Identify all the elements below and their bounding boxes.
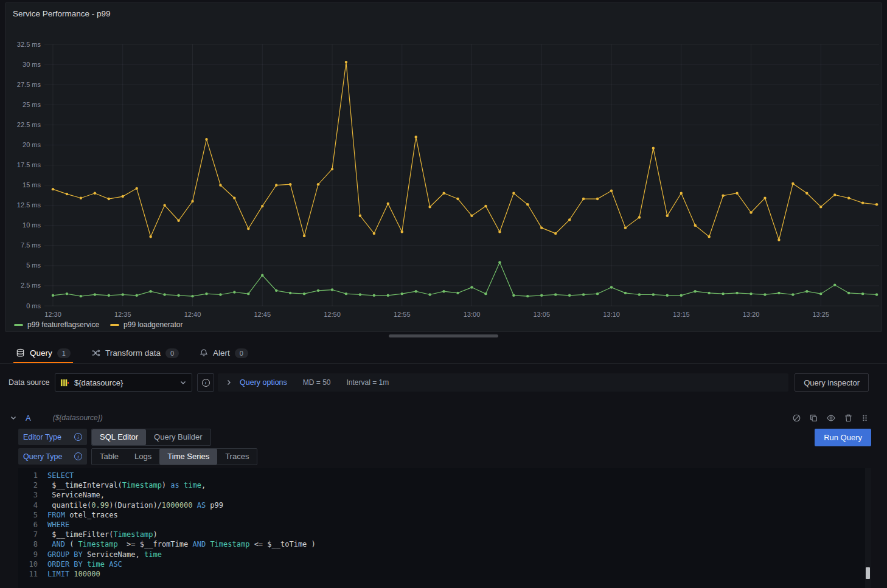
svg-text:13:10: 13:10 — [603, 311, 620, 318]
query-type-table-option[interactable]: Table — [92, 449, 127, 465]
tab-alert[interactable]: Alert 0 — [197, 343, 251, 363]
line-number: 8 — [18, 539, 47, 549]
legend-label: p99 featureflagservice — [27, 320, 99, 329]
query-type-row: Query Type i Table Logs Time Series Trac… — [0, 448, 887, 466]
svg-text:17.5 ms: 17.5 ms — [17, 161, 41, 168]
svg-text:12:55: 12:55 — [394, 311, 411, 318]
code-text: AND ( Timestamp >= $__fromTime AND Times… — [47, 539, 316, 549]
line-number: 6 — [18, 520, 47, 530]
query-row-header: A (${datasource}) — [0, 409, 887, 427]
panel-title: Service Performance - p99 — [13, 9, 111, 18]
transform-count-badge: 0 — [165, 348, 179, 358]
query-options-bar: Query options MD = 50 Interval = 1m — [218, 373, 788, 392]
query-type-segmented: Table Logs Time Series Traces — [91, 448, 257, 465]
tab-label: Query — [30, 348, 52, 358]
drag-handle[interactable] — [861, 413, 869, 423]
query-ref-id: A — [26, 413, 31, 423]
time-series-chart[interactable]: 0 ms2.5 ms5 ms7.5 ms10 ms12.5 ms15 ms17.… — [5, 21, 882, 322]
svg-text:27.5 ms: 27.5 ms — [17, 81, 41, 88]
horizontal-scrollbar — [5, 334, 882, 339]
line-number: 11 — [18, 569, 47, 579]
code-text: SELECT — [47, 471, 74, 480]
query-type-time-series-option[interactable]: Time Series — [159, 449, 217, 465]
editor-tabbar: Query 1 Transform data 0 Alert 0 — [0, 343, 887, 364]
editor-type-query-builder-option[interactable]: Query Builder — [146, 429, 210, 445]
info-icon: i — [202, 379, 210, 387]
series-color-swatch — [14, 324, 23, 326]
alert-count-badge: 0 — [235, 348, 248, 358]
legend-item-loadgenerator[interactable]: p99 loadgenerator — [110, 320, 183, 329]
svg-text:13:25: 13:25 — [812, 311, 829, 318]
run-query-button[interactable]: Run Query — [815, 429, 871, 446]
svg-text:30 ms: 30 ms — [23, 61, 41, 68]
editor-type-label: Editor Type i — [18, 429, 87, 445]
code-text: WHERE — [47, 520, 69, 530]
editor-type-info-icon[interactable]: i — [74, 433, 82, 441]
chevron-down-icon[interactable] — [10, 414, 17, 421]
code-text: quantile(0.99)(Duration)/1000000 AS p99 — [47, 500, 223, 510]
legend-label: p99 loadgenerator — [123, 320, 183, 329]
svg-text:12:50: 12:50 — [324, 311, 341, 318]
code-text: ServiceName, — [47, 490, 105, 500]
datasource-picker[interactable]: ${datasource} — [55, 373, 192, 392]
query-type-logs-option[interactable]: Logs — [127, 449, 159, 465]
query-type-info-icon[interactable]: i — [74, 452, 82, 460]
svg-text:25 ms: 25 ms — [23, 101, 41, 108]
svg-text:15 ms: 15 ms — [23, 181, 41, 189]
query-row-actions — [792, 413, 869, 423]
datasource-label: Data source — [9, 372, 49, 393]
chart-legend: p99 featureflagservice p99 loadgenerator — [14, 320, 183, 329]
svg-text:13:00: 13:00 — [464, 311, 481, 318]
code-text: ORDER BY time ASC — [47, 559, 122, 569]
query-type-label: Query Type i — [18, 448, 87, 465]
svg-text:12:30: 12:30 — [44, 311, 61, 318]
tab-label: Alert — [213, 348, 230, 358]
line-number: 1 — [18, 471, 47, 480]
svg-text:12:35: 12:35 — [114, 311, 131, 318]
editor-scrollbar-thumb[interactable] — [866, 567, 870, 579]
query-options-toggle[interactable]: Query options — [240, 378, 287, 387]
horizontal-scrollbar-thumb[interactable] — [389, 334, 498, 337]
max-data-points-text: MD = 50 — [303, 378, 331, 387]
code-line[interactable]: 10ORDER BY time ASC — [18, 559, 871, 569]
code-line[interactable]: 1SELECT — [18, 471, 871, 480]
series-color-swatch — [110, 324, 119, 326]
tab-query[interactable]: Query 1 — [13, 343, 73, 363]
code-text: LIMIT 100000 — [47, 569, 100, 579]
code-text: $__timeFilter(Timestamp) — [47, 530, 158, 539]
line-number: 9 — [18, 550, 47, 559]
bell-icon — [200, 348, 208, 358]
duplicate-query-icon[interactable] — [809, 413, 818, 423]
code-line[interactable]: 3 ServiceName, — [18, 490, 871, 500]
query-inspector-button[interactable]: Query inspector — [795, 373, 869, 392]
svg-text:13:05: 13:05 — [533, 311, 550, 318]
code-line[interactable]: 9GROUP BY ServiceName, time — [18, 550, 871, 559]
svg-text:2.5 ms: 2.5 ms — [21, 282, 41, 289]
trash-icon[interactable] — [844, 413, 853, 423]
sql-editor[interactable]: 1SELECT2 $__timeInterval(Timestamp) as t… — [18, 468, 871, 588]
timeseries-panel: Service Performance - p99 0 ms2.5 ms5 ms… — [5, 2, 882, 332]
code-line[interactable]: 4 quantile(0.99)(Duration)/1000000 AS p9… — [18, 500, 871, 510]
editor-type-sql-editor-option[interactable]: SQL Editor — [92, 429, 146, 445]
chevron-right-icon[interactable] — [225, 379, 232, 386]
disable-query-icon[interactable] — [792, 413, 801, 423]
eye-icon[interactable] — [826, 413, 836, 423]
code-line[interactable]: 11LIMIT 100000 — [18, 569, 871, 579]
code-line[interactable]: 2 $__timeInterval(Timestamp) as time, — [18, 480, 871, 490]
shuffle-icon — [91, 348, 100, 358]
datasource-help-button[interactable]: i — [197, 373, 214, 392]
svg-text:12:40: 12:40 — [184, 311, 201, 318]
code-text: GROUP BY ServiceName, time — [47, 550, 162, 559]
tab-transform-data[interactable]: Transform data 0 — [89, 343, 181, 363]
query-datasource-hint: (${datasource}) — [53, 413, 103, 422]
code-text: $__timeInterval(Timestamp) as time, — [47, 480, 206, 490]
code-line[interactable]: 5FROM otel_traces — [18, 510, 871, 520]
editor-type-segmented: SQL Editor Query Builder — [91, 429, 211, 446]
code-line[interactable]: 8 AND ( Timestamp >= $__fromTime AND Tim… — [18, 539, 871, 549]
svg-text:13:15: 13:15 — [673, 311, 690, 318]
query-type-traces-option[interactable]: Traces — [217, 449, 257, 465]
legend-item-featureflagservice[interactable]: p99 featureflagservice — [14, 320, 99, 329]
svg-text:12:45: 12:45 — [254, 311, 271, 318]
code-line[interactable]: 6WHERE — [18, 520, 871, 530]
code-line[interactable]: 7 $__timeFilter(Timestamp) — [18, 530, 871, 539]
